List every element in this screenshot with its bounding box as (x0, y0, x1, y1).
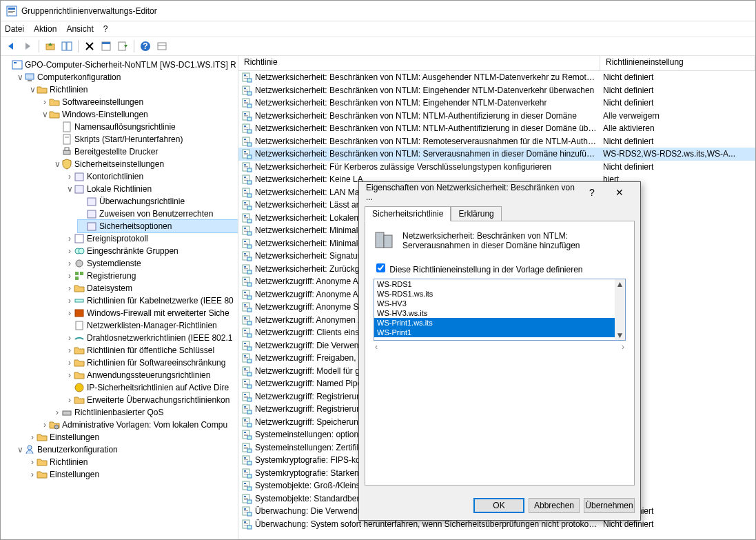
list-item[interactable]: WS-HV3.ws.its (374, 308, 625, 318)
expander-icon[interactable]: › (65, 332, 74, 344)
up-folder-button[interactable] (43, 39, 58, 54)
nav-tree[interactable]: GPO-Computer-Sicherheit-NoNTLM [WS-DC1.W… (1, 56, 238, 539)
tree-local[interactable]: Lokale Richtlinien (87, 183, 152, 195)
tab-security-policy[interactable]: Sicherheitsrichtlinie (365, 206, 451, 221)
list-item[interactable]: WS-Print1 (374, 328, 625, 337)
tree-policies[interactable]: Richtlinien (50, 83, 88, 96)
policy-row[interactable]: Netzwerksicherheit: Beschränken von NTLM… (238, 84, 755, 97)
policy-row[interactable]: Netzwerksicherheit: Beschränken von NTLM… (238, 110, 755, 123)
policy-row[interactable]: Netzwerksicherheit: Beschränken von NTLM… (238, 148, 755, 161)
expander-icon[interactable]: › (65, 394, 74, 406)
expander-icon[interactable]: › (65, 282, 74, 294)
tree-secopt[interactable]: Sicherheitsoptionen (99, 220, 172, 232)
list-item[interactable]: WS-RDS1 (374, 279, 625, 289)
expander-icon[interactable]: › (28, 468, 37, 481)
tree-upolicies[interactable]: Richtlinien (50, 456, 88, 468)
tree-audit[interactable]: Überwachungsrichtlinie (99, 195, 185, 208)
tree-prefs[interactable]: Einstellungen (50, 431, 99, 443)
policy-row[interactable]: Netzwerksicherheit: Beschränken von NTLM… (238, 122, 755, 135)
tree-advaudit[interactable]: Erweiterte Überwachungsrichtlinienkon (87, 394, 229, 406)
expander-icon[interactable]: › (65, 270, 74, 282)
delete-button[interactable] (82, 39, 97, 54)
policy-row[interactable]: Netzwerksicherheit: Beschränken von NTLM… (238, 71, 755, 84)
expander-icon[interactable]: ∨ (16, 443, 24, 456)
menu-action[interactable]: Aktion (34, 24, 57, 34)
expander-icon[interactable]: › (65, 294, 74, 307)
tree-userrights[interactable]: Zuweisen von Benutzerrechten (99, 208, 213, 220)
dialog-help-button[interactable]: ? (578, 187, 606, 198)
expander-icon[interactable]: › (65, 344, 74, 357)
tree-nameres[interactable]: Namensauflösungsrichtlinie (74, 121, 176, 133)
tree-filesys[interactable]: Dateisystem (87, 282, 132, 294)
expander-icon[interactable]: › (28, 456, 37, 468)
expander-icon[interactable]: › (53, 406, 61, 419)
list-item[interactable]: WS-RDS1.ws.its (374, 289, 625, 299)
apply-button[interactable]: Übernehmen (584, 498, 635, 513)
dialog-close-button[interactable]: ✕ (606, 187, 633, 198)
server-list[interactable]: WS-RDS1 WS-RDS1.ws.its WS-HV3 WS-HV3.ws.… (374, 279, 626, 341)
expander-icon[interactable]: › (65, 257, 74, 270)
expander-icon[interactable]: › (65, 245, 74, 257)
column-setting[interactable]: Richtlinieneinstellung (600, 56, 755, 70)
help-button[interactable]: ? (138, 39, 153, 54)
nav-back-button[interactable] (3, 39, 19, 54)
scroll-up-icon[interactable]: ▲ (616, 279, 624, 289)
tree-appctrl[interactable]: Anwendungssteuerungsrichtlinien (87, 369, 210, 381)
expander-icon[interactable]: ∨ (28, 83, 37, 96)
expander-icon[interactable]: ∨ (65, 183, 74, 195)
tree-computercfg[interactable]: Computerkonfiguration (37, 71, 121, 83)
tree-restr[interactable]: Eingeschränkte Gruppen (87, 245, 178, 257)
list-item[interactable]: WS-Print1.ws.its (374, 318, 625, 328)
menu-view[interactable]: Ansicht (66, 24, 93, 34)
scroll-down-icon[interactable]: ▼ (616, 330, 624, 340)
tree-pubkey[interactable]: Richtlinien für öffentliche Schlüssel (87, 344, 214, 357)
expander-icon[interactable]: › (41, 96, 49, 108)
tree-usercfg[interactable]: Benutzerkonfiguration (37, 443, 118, 456)
export-button[interactable] (115, 39, 130, 54)
tree-wired[interactable]: Richtlinien für Kabelnetzwerke (IEEE 80 (87, 294, 234, 307)
policy-row[interactable]: Netzwerksicherheit: Für Kerberos zulässi… (238, 161, 755, 174)
tree-win[interactable]: Windows-Einstellungen (62, 108, 148, 121)
tree-account[interactable]: Kontorichtlinien (87, 170, 143, 183)
column-policy[interactable]: Richtlinie (238, 56, 600, 70)
define-checkbox[interactable]: Diese Richtlinieneinstellung in der Vorl… (374, 265, 583, 274)
expander-icon[interactable]: › (65, 357, 74, 369)
show-hide-tree-button[interactable] (59, 39, 74, 54)
expander-icon[interactable]: › (41, 419, 49, 431)
tree-ipsec[interactable]: IP-Sicherheitsrichtlinien auf Active Dir… (87, 381, 229, 394)
tree-scripts[interactable]: Skripts (Start/Herunterfahren) (74, 133, 183, 146)
policy-row[interactable]: Netzwerksicherheit: Beschränken von NTLM… (238, 135, 755, 148)
tree-swrestrict[interactable]: Richtlinien für Softwareeinschränkung (87, 357, 225, 369)
menu-file[interactable]: Datei (5, 24, 24, 34)
expander-icon[interactable]: ∨ (53, 158, 61, 170)
filter-button[interactable] (154, 39, 170, 54)
tree-printers[interactable]: Bereitgestellte Drucker (74, 146, 158, 158)
tree-root[interactable]: GPO-Computer-Sicherheit-NoNTLM [WS-DC1.W… (25, 59, 236, 71)
tree-wireless[interactable]: Drahtlosnetzwerkrichtlinien (IEEE 802.1 (87, 332, 232, 344)
tree-netlist[interactable]: Netzwerklisten-Manager-Richtlinien (87, 319, 217, 332)
tree-firewall[interactable]: Windows-Firewall mit erweiterter Siche (87, 307, 229, 319)
tab-explanation[interactable]: Erklärung (451, 206, 501, 221)
tree-eventlog[interactable]: Ereignisprotokoll (87, 232, 148, 245)
tree-registry[interactable]: Registrierung (87, 270, 136, 282)
ok-button[interactable]: OK (473, 498, 524, 513)
expander-icon[interactable]: › (65, 232, 74, 245)
tree-admtmpl[interactable]: Administrative Vorlagen: Vom lokalen Com… (62, 419, 227, 431)
expander-icon[interactable]: › (65, 170, 74, 183)
expander-icon[interactable]: › (28, 431, 37, 443)
tree-uprefs[interactable]: Einstellungen (50, 468, 99, 481)
scrollbar[interactable]: ▲▼ (615, 279, 625, 340)
tree-qos[interactable]: Richtlinienbasierter QoS (74, 406, 163, 419)
expander-icon[interactable]: ∨ (41, 108, 49, 121)
tree-sysserv[interactable]: Systemdienste (87, 257, 141, 270)
expander-icon[interactable]: › (65, 307, 74, 319)
nav-forward-button[interactable] (20, 39, 35, 54)
h-scrollbar[interactable]: ‹› (374, 342, 626, 352)
tree-sw[interactable]: Softwareeinstellungen (62, 96, 143, 108)
cancel-button[interactable]: Abbrechen (529, 498, 580, 513)
menu-help[interactable]: ? (103, 24, 108, 34)
properties-button[interactable] (99, 39, 114, 54)
expander-icon[interactable]: ∨ (16, 71, 24, 83)
list-item[interactable]: WS-HV3 (374, 299, 625, 308)
expander-icon[interactable]: › (65, 369, 74, 381)
